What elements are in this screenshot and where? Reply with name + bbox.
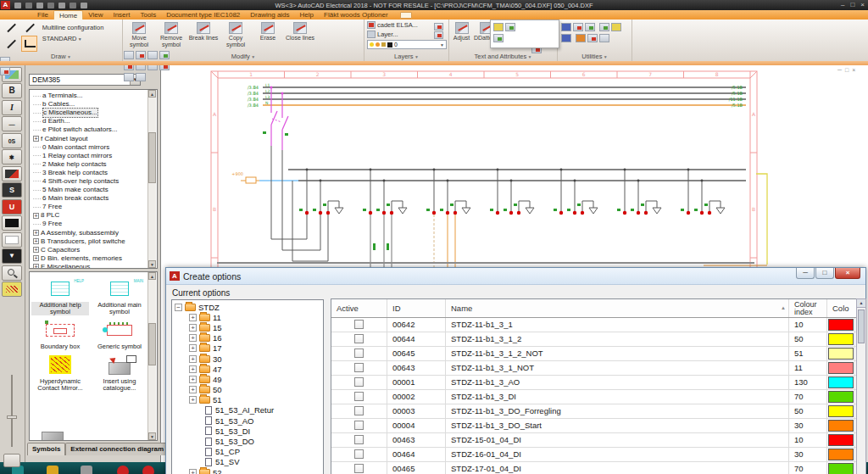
active-checkbox[interactable] xyxy=(354,349,364,358)
sidebar-tree-item-d-bin-elements-memories[interactable]: +D Bin. elements, memories xyxy=(33,254,147,263)
palette-item-hyperdynamic-contact-mirror[interactable]: Hyperdynamic Contact Mirror... xyxy=(31,354,89,392)
dialog-tree-item-11[interactable]: +11 xyxy=(172,312,323,322)
ribbon-tab-home[interactable]: Home xyxy=(53,10,83,20)
filter-button[interactable]: ▼ xyxy=(2,248,22,264)
collapse-icon[interactable]: − xyxy=(175,304,182,311)
dialog-tree-item-16[interactable]: +16 xyxy=(172,333,323,343)
new-file-icon[interactable] xyxy=(14,3,21,8)
expand-icon[interactable]: + xyxy=(33,213,39,219)
active-checkbox[interactable] xyxy=(354,421,364,430)
sidebar-tree-item-6-main-break-contacts[interactable]: 6 Main break contacts xyxy=(33,194,147,203)
palette-scrollbar[interactable]: ▲ ▼ xyxy=(147,272,156,440)
ribbon-options-icon[interactable] xyxy=(400,12,412,19)
adjust-button[interactable]: Adjust xyxy=(449,21,474,42)
dialog-tree-item-stdz[interactable]: −STDZ xyxy=(172,302,323,312)
expand-icon[interactable]: + xyxy=(189,314,197,321)
sidebar-tree-item-e-miscellaneous[interactable]: +E Miscellaneous xyxy=(33,263,147,269)
expand-icon[interactable]: + xyxy=(189,355,197,363)
draw-panel-label[interactable]: Draw xyxy=(0,53,122,61)
palette-item-generic-symbol[interactable]: Generic symbol xyxy=(91,319,148,350)
drawing-close-button[interactable]: × xyxy=(852,67,855,73)
modify-grid-icon[interactable] xyxy=(136,73,146,81)
active-checkbox[interactable] xyxy=(354,320,364,329)
layers-extra-icon[interactable] xyxy=(434,23,443,31)
dialog-tree-item-30[interactable]: +30 xyxy=(172,354,323,364)
utilities-icon[interactable] xyxy=(561,34,571,42)
italic-button[interactable]: I xyxy=(2,100,22,115)
sidebar-tree-item-3-break-help-contacts[interactable]: 3 Break help contacts xyxy=(33,169,147,177)
table-scrollbar[interactable]: ▲ xyxy=(856,298,866,474)
expand-icon[interactable]: + xyxy=(33,247,39,253)
dialog-tree-item-51-53-ao[interactable]: 51_53_AO xyxy=(172,415,323,426)
utilities-icon[interactable] xyxy=(611,23,621,31)
scroll-up-arrow[interactable]: ▲ xyxy=(148,90,156,98)
line-tool-button[interactable] xyxy=(3,20,19,36)
angled-wire-tool-button[interactable] xyxy=(3,36,19,52)
layers-panel-label[interactable]: Layers xyxy=(364,53,448,61)
drawing-restore-button[interactable]: □ xyxy=(845,67,849,73)
move-symbol-button[interactable]: Move symbol xyxy=(123,21,155,47)
layer-button[interactable]: Layer... xyxy=(377,31,398,38)
scroll-up-arrow[interactable]: ▲ xyxy=(148,272,156,280)
sidebar-tree-item-4-shift-over-help-contacts[interactable]: 4 Shift-over help contacts xyxy=(33,177,147,186)
dialog-maximize-button[interactable]: □ xyxy=(815,268,834,279)
column-header-name[interactable]: Name▲ xyxy=(446,299,789,317)
sidebar-tree-item-5-main-make-contacts[interactable]: 5 Main make contacts xyxy=(33,186,147,194)
ribbon-tab-drawing-aids[interactable]: Drawing aids xyxy=(245,10,294,20)
active-checkbox[interactable] xyxy=(354,392,364,401)
dialog-tree-item-47[interactable]: +47 xyxy=(172,364,323,374)
active-checkbox[interactable] xyxy=(354,449,364,459)
taskbar-icon[interactable] xyxy=(142,466,154,474)
drawing-minimize-button[interactable]: ─ xyxy=(837,67,842,73)
sidebar-tree-item-a-terminals[interactable]: a Terminals... xyxy=(33,92,147,100)
layer-dropdown-arrow[interactable]: ▼ xyxy=(440,42,444,47)
dialog-tree-item-51-cp[interactable]: 51_CP xyxy=(172,447,323,457)
print-button[interactable]: ⎯⎯ xyxy=(2,116,22,131)
expand-icon[interactable]: + xyxy=(189,386,197,393)
settings-gear-button[interactable]: ✱ xyxy=(2,149,22,165)
tab-external-connection-diagram[interactable]: External connection diagram xyxy=(65,443,169,455)
save-icon[interactable] xyxy=(25,3,32,8)
expand-icon[interactable]: + xyxy=(33,230,39,236)
palette-item-additional-main-symbol[interactable]: MAINAdditional main symbol xyxy=(91,277,148,315)
scroll-down-arrow[interactable]: ▼ xyxy=(148,260,156,268)
slider-handle[interactable] xyxy=(7,415,17,419)
delete-tool-button[interactable] xyxy=(2,166,22,181)
close-lines-button[interactable]: Close lines xyxy=(284,21,316,42)
plot-icon[interactable] xyxy=(70,3,76,8)
text-attributes-panel-label[interactable]: Text and Attributes xyxy=(449,53,557,61)
window-maximize-button[interactable]: □ xyxy=(850,1,854,9)
sidebar-tree-item-8-plc[interactable]: +8 PLC xyxy=(33,211,147,220)
utilities-icon[interactable] xyxy=(587,34,598,42)
active-checkbox[interactable] xyxy=(354,464,364,473)
sidebar-tree-item-c-miscellaneous[interactable]: c Miscellaneous... xyxy=(33,109,147,117)
sidebar-tree-item-a-assembly-subassembly[interactable]: +A Assembly, subassembly xyxy=(33,229,147,237)
dialog-titlebar[interactable]: A Create options ─ □ × xyxy=(166,268,865,285)
layer-thaw-icon[interactable] xyxy=(376,42,380,47)
scrollbar-thumb[interactable] xyxy=(148,323,156,365)
ribbon-tab-view[interactable]: View xyxy=(83,10,108,20)
palette-item-boundary-box[interactable]: Boundary box xyxy=(31,319,89,350)
black-swatch-button[interactable] xyxy=(2,215,22,231)
active-checkbox[interactable] xyxy=(354,406,364,415)
layer-on-icon[interactable] xyxy=(370,42,374,47)
sidebar-tree-item-f-cabinet-layout[interactable]: +f Cabinet layout xyxy=(33,134,147,142)
dialog-tree-item-17[interactable]: +17 xyxy=(172,343,323,354)
utilities-icon[interactable] xyxy=(561,23,571,31)
dialog-tree-item-50[interactable]: +50 xyxy=(172,385,323,395)
sidebar-tree-item-c-capacitors[interactable]: +C Capacitors xyxy=(33,246,147,254)
flyout-icon[interactable] xyxy=(493,23,504,31)
palette-item-additional-help-symbol[interactable]: HELPAdditional help symbol xyxy=(31,277,89,315)
u-tool-button[interactable]: U xyxy=(2,199,22,215)
autocad-logo-icon[interactable]: A xyxy=(1,1,10,9)
scrollbar-thumb[interactable] xyxy=(148,132,156,183)
active-checkbox[interactable] xyxy=(354,363,364,372)
expand-icon[interactable]: + xyxy=(189,365,197,373)
layer-select[interactable]: 0 ▼ xyxy=(367,40,447,49)
modify-panel-label[interactable]: Modify xyxy=(123,53,364,61)
utilities-icon[interactable] xyxy=(576,34,586,42)
ribbon-tab-file[interactable]: File xyxy=(32,10,53,20)
redo-icon[interactable] xyxy=(58,3,65,8)
break-lines-button[interactable]: Break lines xyxy=(187,21,220,42)
dialog-tree-item-51-sv[interactable]: 51_SV xyxy=(172,457,323,467)
